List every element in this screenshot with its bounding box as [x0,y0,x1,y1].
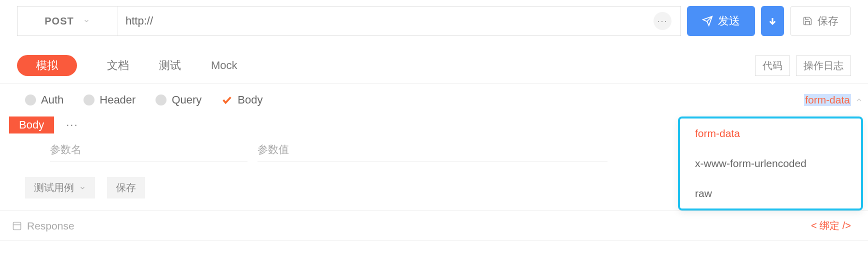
testcase-label: 测试用例 [34,181,74,194]
send-icon [702,16,713,26]
method-url-group: POST ··· [17,6,681,36]
section-header[interactable]: Header [84,94,136,106]
section-auth[interactable]: Auth [25,94,64,106]
section-query-label: Query [172,94,202,106]
param-name-header: 参数名 [50,142,248,162]
tab-docs[interactable]: 文档 [107,58,129,73]
tabs-left: 模拟 文档 测试 Mock [17,55,238,76]
send-button[interactable]: 发送 [687,6,755,36]
section-body-label: Body [238,94,262,106]
chevron-down-icon [83,18,90,24]
method-select[interactable]: POST [18,6,118,36]
param-value-header: 参数值 [258,142,608,162]
radio-icon [156,94,166,106]
section-body[interactable]: Body [222,94,262,106]
url-input[interactable] [126,14,672,28]
response-icon [12,221,22,231]
body-format-current: form-data [804,94,851,106]
log-button[interactable]: 操作日志 [796,56,851,76]
section-query[interactable]: Query [156,94,202,106]
tab-simulate[interactable]: 模拟 [17,55,77,76]
body-format-select[interactable]: form-data [804,94,863,106]
dropdown-item-raw[interactable]: raw [680,178,861,208]
save-params-button[interactable]: 保存 [107,177,145,198]
section-row: Auth Header Query Body form-data form-da… [0,84,868,116]
response-left: Response [12,220,74,232]
save-label: 保存 [818,14,838,28]
send-dropdown-button[interactable] [761,6,784,36]
request-bar: POST ··· 发送 保存 [0,0,868,42]
response-row: Response < 绑定 /> [0,211,868,241]
tabs-row: 模拟 文档 测试 Mock 代码 操作日志 [0,42,868,84]
section-header-label: Header [100,94,136,106]
send-label: 发送 [718,14,740,28]
dropdown-item-urlencoded[interactable]: x-www-form-urlencoded [680,148,861,178]
radio-icon [25,94,36,106]
save-button[interactable]: 保存 [790,6,851,36]
svg-rect-1 [14,222,21,230]
chevron-up-icon [855,96,863,104]
radio-icon [84,94,94,106]
url-more-button[interactable]: ··· [654,12,672,30]
section-radio-group: Auth Header Query Body [25,94,263,106]
testcase-button[interactable]: 测试用例 [25,177,95,198]
code-button[interactable]: 代码 [755,56,790,76]
chevron-down-icon [79,184,86,192]
arrow-down-icon [768,16,777,26]
radio-checked-icon [222,94,232,106]
tab-mock[interactable]: Mock [211,59,238,72]
bind-button[interactable]: < 绑定 /> [811,219,851,232]
save-icon [802,16,812,26]
tabs-right: 代码 操作日志 [755,56,851,76]
section-auth-label: Auth [41,94,64,106]
method-label: POST [44,16,74,27]
body-format-dropdown: form-data x-www-form-urlencoded raw [678,116,863,210]
tab-test[interactable]: 测试 [159,58,181,73]
dropdown-item-form-data[interactable]: form-data [680,118,861,148]
save-params-label: 保存 [116,181,136,194]
response-label: Response [27,220,74,232]
url-input-wrap: ··· [118,6,680,36]
body-more-button[interactable]: ··· [66,118,78,132]
body-tag: Body [9,116,54,134]
